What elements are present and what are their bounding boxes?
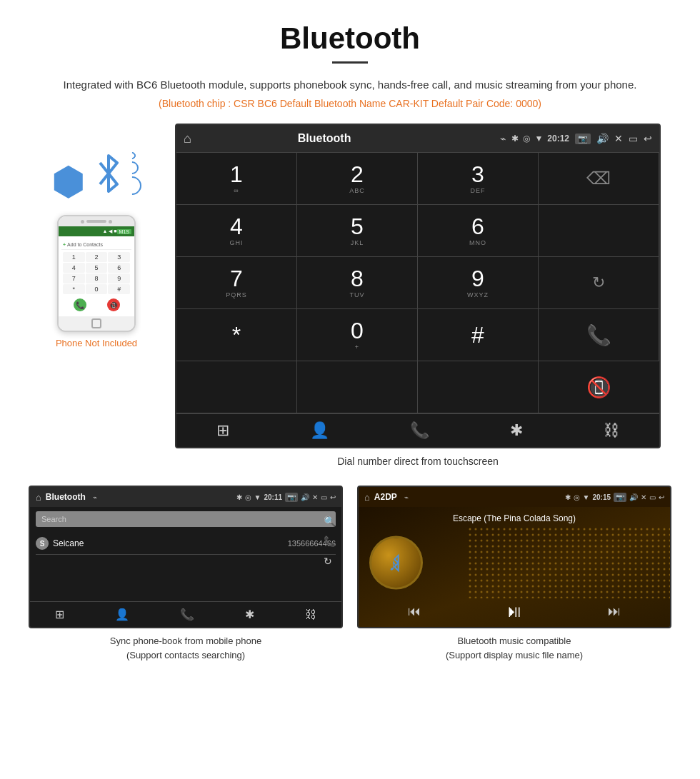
music-status-icons: ✱ ◎ ▼ 20:15 📷 🔊 ✕ ▭ ↩ (565, 493, 664, 502)
window-icon[interactable]: ▭ (629, 133, 638, 144)
car-status-icons: ✱ ◎ ▼ 20:12 (511, 134, 569, 144)
play-pause-icon[interactable]: ⏯ (506, 601, 523, 621)
phone-key-3[interactable]: 3 (108, 252, 130, 262)
phone-add-contact: + Add to Contacts (61, 239, 131, 250)
svg-rect-1 (468, 527, 670, 598)
dial-key-0[interactable]: 0 + (297, 309, 418, 361)
phone-key-5[interactable]: 5 (86, 263, 108, 273)
phone-screen: + Add to Contacts 1 2 3 4 5 6 7 8 9 * 0 … (59, 236, 134, 316)
dial-key-7[interactable]: 7 PQRS (176, 257, 297, 309)
phone-call-button[interactable]: 📞 (74, 298, 86, 311)
pb-sig-icon: ▼ (254, 493, 261, 501)
phone-key-0[interactable]: 0 (86, 284, 108, 294)
pb-dialpad-icon[interactable]: ⊞ (55, 608, 64, 621)
bottom-section: ⌂ Bluetooth ⌁ ✱ ◎ ▼ 20:11 📷 🔊 ✕ ▭ ↩ (0, 486, 700, 679)
dialpad-icon[interactable]: ⊞ (216, 421, 229, 440)
prev-track-icon[interactable]: ⏮ (408, 604, 421, 619)
contacts-icon[interactable]: 👤 (310, 421, 329, 440)
phone-speaker-icon (86, 220, 106, 223)
phone-icon[interactable]: 📞 (410, 421, 429, 440)
next-track-icon[interactable]: ⏭ (608, 604, 621, 619)
music-dots-bg (468, 527, 670, 598)
music-cam-icon[interactable]: 📷 (614, 493, 626, 502)
pb-bt-icon: ✱ (236, 493, 242, 501)
pb-link-icon[interactable]: ⛓ (305, 608, 316, 621)
search-row: Search (36, 511, 336, 527)
phone-mockup: ▲ ◀ ■ M1S + Add to Contacts 1 2 3 4 5 6 … (57, 215, 136, 332)
pb-vol-icon: 🔊 (301, 493, 309, 501)
pb-home-icon[interactable]: ⌂ (36, 492, 41, 503)
phone-dialpad[interactable]: 1 2 3 4 5 6 7 8 9 * 0 # (61, 250, 131, 296)
phone-bottom-bar (59, 316, 134, 331)
phone-key-6[interactable]: 6 (108, 263, 130, 273)
album-art: ♪ (369, 536, 423, 590)
phonebook-screen-wrapper: ⌂ Bluetooth ⌁ ✱ ◎ ▼ 20:11 📷 🔊 ✕ ▭ ↩ (29, 486, 343, 628)
phone-home-button[interactable] (91, 318, 101, 328)
pb-usb-icon: ⌁ (93, 493, 97, 501)
car-screen-title: Bluetooth (175, 132, 494, 145)
music-back-icon: ↩ (659, 493, 664, 501)
pb-cam-icon[interactable]: 📷 (285, 493, 298, 502)
back-icon[interactable]: ↩ (644, 133, 652, 144)
bt-icon[interactable]: ✱ (510, 421, 523, 440)
plus-icon: + (63, 242, 66, 247)
dial-key-hash[interactable]: # (418, 309, 539, 361)
car-status-bar: ⌂ Bluetooth ⌁ ✱ ◎ ▼ 20:12 📷 🔊 ✕ ▭ ↩ (176, 125, 659, 152)
phone-container: ⬢ ▲ ◀ ■ (39, 124, 154, 348)
call-green-icon: 📞 (586, 323, 611, 347)
location-status-icon: ◎ (523, 134, 530, 144)
dial-key-3[interactable]: 3 DEF (418, 153, 539, 205)
dial-key-1[interactable]: 1 ∞ (176, 153, 297, 205)
music-home-icon[interactable]: ⌂ (364, 492, 370, 503)
pb-contacts-icon[interactable]: 👤 (115, 608, 129, 621)
music-time: 20:15 (592, 493, 611, 501)
phone-key-8[interactable]: 8 (86, 273, 108, 283)
camera-icon[interactable]: 📷 (575, 134, 591, 144)
car-bottom-bar: ⊞ 👤 📞 ✱ ⛓ (176, 413, 659, 447)
phone-key-2[interactable]: 2 (86, 252, 108, 262)
phone-key-4[interactable]: 4 (63, 263, 85, 273)
pb-bt-bottom-icon[interactable]: ✱ (245, 608, 254, 621)
dial-key-4[interactable]: 4 GHI (176, 205, 297, 257)
phone-side-icon[interactable]: 📞 (324, 536, 336, 547)
phone-key-9[interactable]: 9 (108, 273, 130, 283)
music-status-bar: ⌂ A2DP ⌁ ✱ ◎ ▼ 20:15 📷 🔊 ✕ ▭ ↩ (359, 487, 670, 507)
music-item: ⌂ A2DP ⌁ ✱ ◎ ▼ 20:15 📷 🔊 ✕ ▭ ↩ (357, 486, 671, 665)
pb-phone-icon[interactable]: 📞 (180, 608, 194, 621)
dial-key-2[interactable]: 2 ABC (297, 153, 418, 205)
pb-time: 20:11 (264, 493, 282, 501)
dial-key-6[interactable]: 6 MNO (418, 205, 539, 257)
reload-side-icon[interactable]: ↻ (324, 556, 336, 567)
main-section: ⬢ ▲ ◀ ■ (0, 124, 700, 486)
music-screen-title: A2DP (374, 492, 397, 502)
dial-key-9[interactable]: 9 WXYZ (418, 257, 539, 309)
phone-key-hash[interactable]: # (108, 284, 130, 294)
bluetooth-icon-wrapper: ⬢ (51, 152, 141, 201)
dial-cell-call-green[interactable]: 📞 (539, 309, 659, 361)
close-icon[interactable]: ✕ (614, 133, 623, 144)
car-right-icons: 📷 🔊 ✕ ▭ ↩ (575, 133, 652, 144)
phone-network-badge: M1S (117, 229, 131, 234)
add-contact-label: Add to Contacts (67, 242, 103, 247)
car-screen-main: ⌂ Bluetooth ⌁ ✱ ◎ ▼ 20:12 📷 🔊 ✕ ▭ ↩ (175, 124, 661, 478)
link-icon[interactable]: ⛓ (604, 421, 619, 440)
dial-caption: Dial number direct from touchscreen (175, 448, 661, 478)
music-vol-icon: 🔊 (629, 493, 638, 501)
phone-key-star[interactable]: * (63, 284, 85, 294)
phone-key-1[interactable]: 1 (63, 252, 85, 262)
phone-end-button[interactable]: 📵 (107, 298, 120, 311)
phone-key-7[interactable]: 7 (63, 273, 85, 283)
dial-cell-reload[interactable]: ↻ (539, 257, 659, 309)
contact-row: S Seicane 13566664466 (36, 533, 336, 555)
dial-key-8[interactable]: 8 TUV (297, 257, 418, 309)
search-side-icon[interactable]: 🔍 (324, 516, 336, 527)
dial-cell-call-red[interactable]: 📵 (539, 361, 659, 413)
dial-cell-backspace[interactable]: ⌫ (539, 153, 659, 205)
bluetooth-symbol-icon: ⬢ (51, 152, 122, 201)
search-bar[interactable]: Search (36, 511, 336, 527)
dial-key-star[interactable]: * (176, 309, 297, 361)
music-visual-area: ♪ (359, 527, 670, 598)
volume-icon[interactable]: 🔊 (596, 133, 609, 144)
dial-cell-empty-5a (176, 361, 297, 413)
dial-key-5[interactable]: 5 JKL (297, 205, 418, 257)
